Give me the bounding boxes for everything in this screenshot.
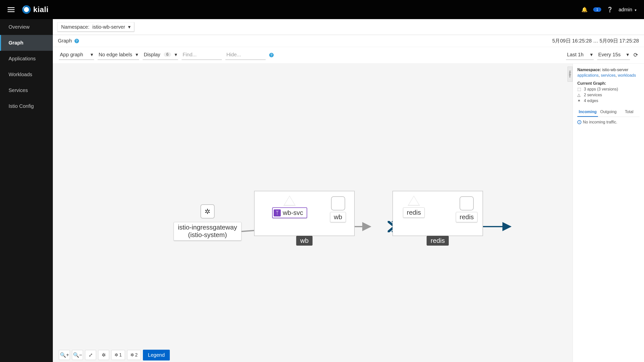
node-redis-svc[interactable]: redis (403, 196, 425, 218)
caret-down-icon: ▾ (626, 52, 629, 58)
find-input[interactable] (182, 50, 222, 60)
info-icon[interactable]: ? (74, 39, 79, 43)
link-workloads[interactable]: workloads (618, 73, 636, 77)
display-count: 6 (164, 52, 171, 57)
refresh-interval-dropdown[interactable]: Every 15s ▾ (597, 50, 630, 60)
service-graph-canvas[interactable]: ✲ istio-ingressgateway (istio-system) ᛘ … (53, 64, 644, 362)
caret-down-icon: ▾ (175, 52, 177, 58)
graph-type-dropdown[interactable]: App graph ▾ (59, 50, 94, 60)
zoom-in-button[interactable]: 🔍+ (59, 350, 70, 360)
namespace-value: istio-wb-server (602, 68, 628, 72)
service-icon (408, 196, 420, 206)
brand-name: kiali (33, 5, 49, 14)
hamburger-menu[interactable] (8, 7, 15, 12)
legend-button[interactable]: Legend (143, 350, 170, 360)
stat-edges: ✶ 4 edges (577, 98, 639, 103)
sidebar-item-workloads[interactable]: Workloads (0, 67, 53, 82)
help-icon[interactable]: ❔ (607, 7, 613, 13)
refresh-icon[interactable]: ⟳ (633, 52, 638, 58)
caret-down-icon: ▾ (128, 24, 131, 30)
node-wb-svc[interactable]: ᛘ wb-svc (272, 196, 307, 218)
brand-logo: kiali (22, 5, 49, 14)
graph-toolbar: App graph ▾ No edge labels ▾ Display 6 ▾… (53, 47, 644, 64)
node-wb-app[interactable]: wb (330, 196, 346, 222)
group-redis[interactable]: redis redis redis (392, 191, 483, 236)
group-wb[interactable]: ᛘ wb-svc wb wb (254, 191, 355, 236)
layout-1-button[interactable]: ✲1 (111, 350, 125, 360)
user-menu[interactable]: admin ▾ (619, 7, 636, 13)
node-istio-ingressgateway[interactable]: ✲ istio-ingressgateway (istio-system) (174, 204, 242, 241)
hide-input[interactable] (225, 50, 266, 60)
sidebar-item-istio-config[interactable]: Istio Config (0, 98, 53, 114)
group-label: redis (427, 236, 449, 246)
tab-total[interactable]: Total (619, 108, 639, 117)
layout-2-button[interactable]: ✲2 (127, 350, 141, 360)
node-label: wb (330, 212, 346, 222)
panel-collapse-toggle[interactable]: Hide « (568, 67, 573, 82)
caret-down-icon: ▾ (136, 52, 138, 58)
caret-down-icon: ▾ (590, 52, 593, 58)
caret-down-icon: ▾ (635, 8, 636, 12)
user-name: admin (619, 7, 632, 12)
sidebar-item-applications[interactable]: Applications (0, 51, 53, 67)
sidebar-item-services[interactable]: Services (0, 82, 53, 98)
group-label: wb (296, 236, 312, 246)
services-icon: △ (577, 93, 581, 97)
apps-icon: ⬚ (577, 87, 581, 92)
sidebar-item-graph[interactable]: Graph (0, 35, 53, 51)
app-icon (331, 196, 345, 210)
notification-count[interactable]: 1 (593, 7, 601, 12)
caret-down-icon: ▾ (91, 52, 93, 58)
time-range: 5月09日 16:25:28 … 5月09日 17:25:28 (552, 37, 639, 44)
tab-incoming[interactable]: Incoming (577, 108, 598, 117)
main: Namespace: istio-wb-server ▾ Graph ? 5月0… (53, 19, 644, 362)
edge-labels-dropdown[interactable]: No edge labels ▾ (98, 50, 139, 60)
edges-icon: ✶ (577, 98, 581, 103)
node-label: istio-ingressgateway (istio-system) (174, 222, 242, 241)
traffic-tabs: Incoming Outgoing Total (577, 108, 639, 117)
duration-dropdown[interactable]: Last 1h ▾ (566, 50, 594, 60)
node-redis-app[interactable]: redis (456, 196, 477, 222)
sidebar-item-overview[interactable]: Overview (0, 19, 53, 35)
virtualservice-icon: ᛘ (274, 209, 281, 216)
namespace-row: Namespace: istio-wb-server ▾ (53, 19, 644, 35)
service-icon (284, 196, 296, 206)
graph-bottom-toolbar: 🔍+ 🔍− ⤢ ✲ ✲1 ✲2 Legend (53, 348, 644, 362)
stat-apps: ⬚ 3 apps (3 versions) (577, 87, 639, 92)
namespace-prefix: Namespace: (61, 24, 89, 30)
namespace-value: istio-wb-server (92, 24, 125, 30)
gateway-icon: ✲ (200, 204, 215, 218)
current-graph-label: Current Graph: (577, 81, 606, 85)
node-label: redis (403, 207, 425, 218)
layout-default-button[interactable]: ✲ (98, 350, 109, 360)
node-label: redis (456, 212, 477, 222)
logo-icon (22, 5, 31, 14)
traffic-empty-message: i No incoming traffic. (577, 120, 639, 124)
sidebar: Overview Graph Applications Workloads Se… (0, 19, 53, 362)
page-title: Graph (58, 38, 72, 44)
app-icon (460, 196, 474, 210)
graph-info-panel: Namespace: istio-wb-server applications,… (573, 64, 644, 362)
stat-services: △ 2 services (577, 93, 639, 97)
tab-outgoing[interactable]: Outgoing (598, 108, 619, 117)
node-label: ᛘ wb-svc (272, 207, 307, 218)
info-icon: i (577, 120, 581, 124)
namespace-selector[interactable]: Namespace: istio-wb-server ▾ (57, 22, 134, 32)
bell-icon[interactable]: 🔔 (581, 7, 588, 13)
zoom-out-button[interactable]: 🔍− (72, 350, 83, 360)
link-applications[interactable]: applications (577, 73, 599, 77)
fit-to-screen-button[interactable]: ⤢ (85, 350, 96, 360)
namespace-label: Namespace: (577, 68, 601, 72)
display-options-dropdown[interactable]: Display 6 ▾ (143, 50, 178, 60)
find-hide-help-icon[interactable]: ? (269, 53, 274, 57)
link-services[interactable]: services (601, 73, 616, 77)
